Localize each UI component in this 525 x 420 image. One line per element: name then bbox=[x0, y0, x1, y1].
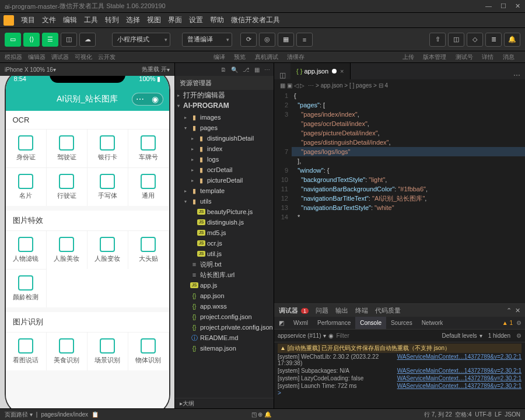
warn-badge[interactable]: ▲ 1 bbox=[502, 320, 513, 326]
win-close-icon[interactable]: ✕ bbox=[515, 2, 520, 9]
file-item[interactable]: {}app.json bbox=[175, 290, 274, 301]
file-item[interactable]: {}sitemap.json bbox=[175, 343, 274, 354]
file-item[interactable]: {}project.private.config.json bbox=[175, 322, 274, 332]
folder-item[interactable]: ▸▮images bbox=[175, 112, 274, 123]
performance-tab[interactable]: Performance bbox=[313, 317, 355, 329]
grid-item[interactable]: 场景识别 bbox=[88, 332, 128, 370]
menu-item[interactable]: 转到 bbox=[102, 16, 123, 24]
mode-select[interactable]: 小程序模式 bbox=[112, 33, 170, 47]
levels-select[interactable]: Default levels bbox=[442, 332, 477, 339]
grid-item[interactable]: 看图说话 bbox=[6, 332, 47, 370]
terminal-tab[interactable]: 终端 bbox=[355, 306, 368, 315]
scene-icon[interactable]: ◳ ⊕ 🔔 bbox=[251, 411, 272, 418]
menu-item[interactable]: 项目 bbox=[18, 16, 38, 24]
file-item[interactable]: JSdistinguish.js bbox=[175, 217, 274, 228]
folder-item[interactable]: ▸▮template bbox=[175, 186, 274, 196]
file-item[interactable]: JSmd5.js bbox=[175, 228, 274, 238]
grid-item[interactable]: 银行卡 bbox=[88, 129, 128, 167]
search-icon[interactable]: 🔍 bbox=[231, 66, 238, 73]
grid-item[interactable]: 人脸美妆 bbox=[47, 230, 88, 269]
menu-item[interactable]: 选择 bbox=[123, 16, 144, 24]
file-item[interactable]: JSapp.js bbox=[175, 280, 274, 290]
folder-item[interactable]: ▸▮distinguishDetail bbox=[175, 133, 274, 144]
code-line[interactable]: "pages/ocrDetail/index", bbox=[292, 119, 525, 128]
editor-tab[interactable]: { } app.json × bbox=[290, 63, 351, 79]
code-line[interactable]: "pages/logs/logs" bbox=[292, 147, 525, 156]
hotreload-status[interactable]: 热重载 开 bbox=[142, 65, 167, 74]
upload-button[interactable]: ⇧ bbox=[429, 33, 446, 47]
menu-item[interactable]: 帮助 bbox=[206, 16, 228, 24]
editor-more-icon[interactable]: ⋯ bbox=[509, 71, 525, 79]
grid-item[interactable]: 名片 bbox=[6, 167, 47, 206]
code-line[interactable]: ], bbox=[292, 156, 525, 166]
panel-close-icon[interactable]: ✕ bbox=[515, 307, 520, 314]
encoding-info[interactable]: UTF-8 bbox=[475, 411, 491, 418]
project-root[interactable]: ▾AI-PROGRAM bbox=[175, 100, 274, 111]
folder-item[interactable]: ▸▮logs bbox=[175, 154, 274, 164]
problems-tab[interactable]: 问题 bbox=[316, 306, 328, 315]
code-line[interactable]: "pages/distinguishDetail/index", bbox=[292, 138, 525, 147]
console-tab[interactable]: Console bbox=[355, 317, 386, 329]
sidebar-icon[interactable]: ◫ bbox=[274, 71, 290, 79]
cloud-toggle[interactable]: ☁ bbox=[79, 33, 96, 47]
context-select[interactable]: appservice (#11) bbox=[278, 332, 321, 339]
compile-select[interactable]: 普通编译 bbox=[182, 33, 232, 47]
code-line[interactable]: "navigationBarTextStyle": "white" bbox=[292, 203, 525, 212]
grid-item[interactable]: 身份证 bbox=[6, 129, 47, 167]
codeq-tab[interactable]: 代码质量 bbox=[375, 306, 401, 315]
grid-item[interactable]: 行驶证 bbox=[47, 167, 88, 206]
code-line[interactable]: "navigationBarTitleText": "AI识别_站长图库", bbox=[292, 194, 525, 203]
visual-toggle[interactable]: ◫ bbox=[61, 33, 77, 47]
code-line[interactable]: "navigationBarBackgroundColor": "#1fbba6… bbox=[292, 184, 525, 194]
sources-tab[interactable]: Sources bbox=[386, 317, 417, 329]
grid-item[interactable]: 人脸变妆 bbox=[88, 230, 128, 269]
realdebug-button[interactable]: ▦ bbox=[278, 33, 294, 47]
cursor-pos[interactable]: 行 7, 列 22 bbox=[424, 411, 452, 419]
code-line[interactable]: "pages/pictureDetail/index", bbox=[292, 128, 525, 138]
grid-item[interactable]: 驾驶证 bbox=[47, 129, 88, 167]
file-item[interactable]: {}app.wxss bbox=[175, 301, 274, 312]
grid-item[interactable]: 人物滤镜 bbox=[6, 230, 47, 269]
breadcrumb[interactable]: ⋯ > app.json > [ ] pages > ⊟ 4 bbox=[308, 82, 388, 89]
capsule-button[interactable]: ⋯◉ bbox=[132, 93, 163, 106]
hidden-count[interactable]: 1 hidden bbox=[488, 332, 510, 339]
win-max-icon[interactable]: ☐ bbox=[501, 2, 506, 9]
clearcache-button[interactable]: ≡ bbox=[296, 33, 313, 47]
menu-item[interactable]: 微信开发者工具 bbox=[228, 16, 284, 24]
code-line[interactable]: "window": { bbox=[292, 166, 525, 175]
grid-item[interactable]: 物体识别 bbox=[128, 332, 169, 370]
menu-item[interactable]: 设置 bbox=[186, 16, 206, 24]
output-tab[interactable]: 输出 bbox=[335, 306, 348, 315]
device-info[interactable]: iPhone X 100% 16 bbox=[5, 66, 53, 73]
file-item[interactable]: JSutil.js bbox=[175, 249, 274, 259]
grid-item[interactable]: 车牌号 bbox=[128, 129, 169, 167]
gear-icon[interactable]: ⚙ bbox=[516, 332, 522, 339]
outline-section[interactable]: ▸ 大纲 bbox=[175, 398, 274, 408]
folder-item[interactable]: ▾▮utils bbox=[175, 196, 274, 206]
gear-icon[interactable]: ⚙ bbox=[516, 320, 522, 326]
ext-icon[interactable]: ▦ bbox=[254, 66, 260, 73]
more-icon[interactable]: ⋯ bbox=[264, 66, 270, 73]
code-line[interactable]: * bbox=[292, 212, 525, 222]
detail-button[interactable]: ≣ bbox=[485, 33, 502, 47]
code-line[interactable]: { bbox=[292, 91, 525, 100]
simulator-toggle[interactable]: ▭ bbox=[5, 33, 21, 47]
file-item[interactable]: JSbeautyPicture.js bbox=[175, 206, 274, 217]
pagepath-value[interactable]: pages/index/index bbox=[41, 411, 88, 418]
menu-item[interactable]: 界面 bbox=[164, 16, 186, 24]
compile-button[interactable]: ⟳ bbox=[240, 33, 257, 47]
file-item[interactable]: ≡站长图库.url bbox=[175, 270, 274, 280]
network-tab[interactable]: Network bbox=[417, 317, 448, 329]
lang-info[interactable]: JSON bbox=[505, 411, 520, 418]
file-item[interactable]: ≡说明.txt bbox=[175, 259, 274, 270]
wxml-tab[interactable]: Wxml bbox=[289, 317, 313, 329]
code-line[interactable]: "backgroundTextStyle": "light", bbox=[292, 175, 525, 184]
grid-item[interactable]: 大头贴 bbox=[128, 230, 169, 269]
testid-button[interactable]: ◇ bbox=[467, 33, 483, 47]
menu-item[interactable]: 文件 bbox=[38, 16, 60, 24]
file-item[interactable]: ⓘREADME.md bbox=[175, 332, 274, 343]
folder-item[interactable]: ▸▮index bbox=[175, 144, 274, 154]
folder-item[interactable]: ▸▮ocrDetail bbox=[175, 164, 274, 175]
folder-item[interactable]: ▸▮pictureDetail bbox=[175, 175, 274, 186]
filter-input[interactable] bbox=[336, 332, 439, 339]
